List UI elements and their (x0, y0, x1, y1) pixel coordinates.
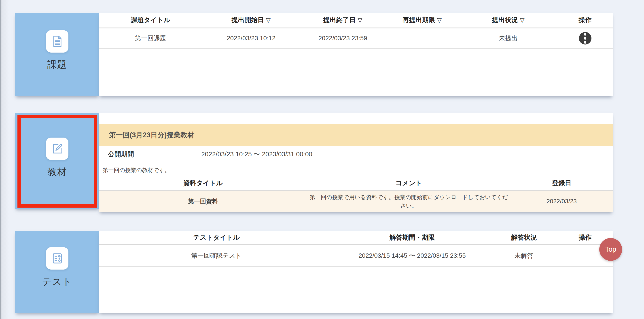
tile-label-tests: テスト (42, 275, 72, 288)
test-answer-period: 2022/03/15 14:45 〜 2022/03/15 23:55 (334, 251, 490, 260)
open-period-label: 公開期間 (108, 150, 201, 159)
assignment-submit-end: 2022/03/23 23:59 (300, 35, 385, 42)
assignments-table-header: 課題タイトル 提出開始日▽ 提出終了日▽ 再提出期限▽ 提出状況▽ 操作 (99, 13, 613, 29)
column-header-comment: コメント (307, 179, 510, 188)
materials-top-strip (99, 113, 613, 124)
edit-icon (46, 138, 68, 160)
column-header-material-title: 資料タイトル (99, 179, 307, 188)
assignments-panel: 課題タイトル 提出開始日▽ 提出終了日▽ 再提出期限▽ 提出状況▽ 操作 第一回… (99, 13, 613, 96)
column-header-answer-period: 解答期間・期限 (334, 233, 490, 242)
assignment-table-row[interactable]: 第一回課題 2022/03/23 10:12 2022/03/23 23:59 … (99, 29, 613, 49)
tile-label-materials: 教材 (48, 166, 67, 178)
document-icon (46, 30, 68, 53)
column-header-submit-end[interactable]: 提出終了日▽ (300, 16, 385, 25)
materials-group-title-band: 第一回(3月23日分)授業教材 (99, 124, 613, 146)
column-header-assignment-title: 課題タイトル (99, 16, 202, 25)
assignment-actions-cell (558, 32, 613, 45)
test-answer-status: 未解答 (490, 251, 558, 260)
tile-label-assignments: 課題 (48, 58, 67, 71)
test-title[interactable]: 第一回確認テスト (99, 251, 334, 260)
assignment-status: 未提出 (459, 34, 558, 43)
highlight-red-frame (18, 115, 97, 208)
column-header-answer-status: 解答状況 (490, 233, 558, 242)
material-title[interactable]: 第一回資料 (99, 197, 307, 205)
sidebar-tile-tests[interactable]: テスト (15, 231, 99, 313)
scroll-to-top-button[interactable]: Top (599, 238, 622, 261)
column-header-resubmit-deadline[interactable]: 再提出期限▽ (385, 16, 459, 25)
test-table-row[interactable]: 第一回確認テスト 2022/03/15 14:45 〜 2022/03/15 2… (99, 245, 613, 267)
materials-panel: 第一回(3月23日分)授業教材 公開期間 2022/03/23 10:25 〜 … (99, 113, 613, 212)
page-left-edge (0, 0, 9, 319)
assignment-submit-start: 2022/03/23 10:12 (202, 35, 300, 42)
tests-panel: テストタイトル 解答期間・期限 解答状況 操作 第一回確認テスト 2022/03… (99, 231, 613, 313)
sort-triangle-icon: ▽ (437, 17, 442, 24)
materials-table-header: 資料タイトル コメント 登録日 (99, 177, 613, 191)
tests-table-header: テストタイトル 解答期間・期限 解答状況 操作 (99, 231, 613, 245)
sidebar-tile-materials[interactable]: 教材 (15, 113, 99, 209)
open-period-value: 2022/03/23 10:25 〜 2023/03/31 00:00 (201, 150, 312, 159)
kebab-menu-icon[interactable] (579, 32, 592, 45)
materials-group-title: 第一回(3月23日分)授業教材 (109, 130, 194, 140)
sort-triangle-icon: ▽ (266, 17, 271, 24)
scroll-to-top-label: Top (605, 245, 616, 253)
sort-triangle-icon: ▽ (520, 17, 524, 24)
material-comment: 第一回の授業で用いる資料です。授業の開始前にダウンロードしておいてください。 (307, 193, 510, 210)
materials-open-period-row: 公開期間 2022/03/23 10:25 〜 2023/03/31 00:00 (99, 146, 613, 163)
assignment-title[interactable]: 第一回課題 (99, 34, 202, 43)
material-table-row[interactable]: 第一回資料 第一回の授業で用いる資料です。授業の開始前にダウンロードしておいてく… (99, 191, 613, 212)
column-header-actions: 操作 (558, 16, 613, 25)
sort-triangle-icon: ▽ (358, 17, 362, 24)
column-header-submit-start[interactable]: 提出開始日▽ (202, 16, 300, 25)
material-registered-date: 2022/03/23 (510, 198, 613, 205)
sidebar-tile-assignments[interactable]: 課題 (15, 13, 99, 96)
column-header-registered-date: 登録日 (510, 179, 613, 188)
column-header-test-title: テストタイトル (99, 233, 334, 242)
checklist-icon (46, 247, 68, 269)
materials-description: 第一回の授業の教材です。 (99, 163, 613, 177)
column-header-submit-status[interactable]: 提出状況▽ (459, 16, 558, 25)
